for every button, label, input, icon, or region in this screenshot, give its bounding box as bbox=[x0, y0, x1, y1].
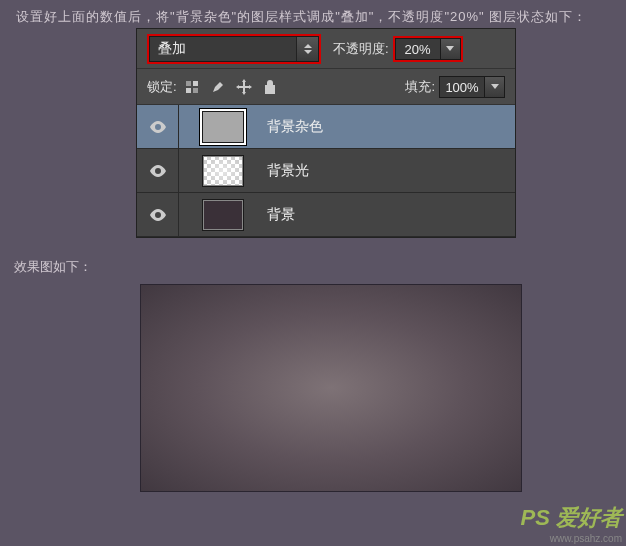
chevron-down-icon bbox=[491, 84, 499, 89]
fill-section: 填充: 100% bbox=[405, 76, 505, 98]
result-preview bbox=[140, 284, 522, 492]
lock-transparency-icon[interactable] bbox=[183, 78, 201, 96]
opacity-control: 20% bbox=[395, 38, 461, 60]
layer-row[interactable]: 背景 bbox=[137, 193, 515, 237]
layer-thumbnail-cell bbox=[179, 105, 267, 148]
svg-rect-0 bbox=[186, 81, 191, 86]
opacity-highlight: 20% bbox=[393, 36, 463, 62]
result-label: 效果图如下： bbox=[14, 258, 92, 276]
visibility-toggle[interactable] bbox=[137, 105, 179, 148]
fill-input[interactable]: 100% bbox=[439, 76, 485, 98]
fill-label: 填充: bbox=[405, 78, 435, 96]
watermark-main: PS 爱好者 bbox=[521, 505, 622, 530]
eye-icon bbox=[149, 121, 167, 133]
lock-fill-row: 锁定: 填充: 100% bbox=[137, 69, 515, 105]
blend-mode-select[interactable]: 叠加 bbox=[149, 36, 319, 62]
blend-mode-value: 叠加 bbox=[150, 40, 296, 58]
svg-rect-1 bbox=[193, 81, 198, 86]
lock-brush-icon[interactable] bbox=[209, 78, 227, 96]
opacity-input[interactable]: 20% bbox=[395, 38, 441, 60]
lock-all-icon[interactable] bbox=[261, 78, 279, 96]
layer-thumbnail-cell bbox=[179, 149, 267, 192]
layer-thumbnail[interactable] bbox=[202, 111, 244, 143]
layer-name: 背景 bbox=[267, 206, 295, 224]
layer-thumbnail[interactable] bbox=[202, 199, 244, 231]
lock-move-icon[interactable] bbox=[235, 78, 253, 96]
updown-icon bbox=[304, 44, 312, 54]
chevron-down-icon bbox=[446, 46, 454, 51]
watermark: PS 爱好者 www.psahz.com bbox=[521, 503, 622, 544]
eye-icon bbox=[149, 165, 167, 177]
layer-thumbnail[interactable] bbox=[202, 155, 244, 187]
visibility-toggle[interactable] bbox=[137, 193, 179, 236]
visibility-toggle[interactable] bbox=[137, 149, 179, 192]
blend-dropdown-arrow[interactable] bbox=[296, 37, 318, 61]
svg-rect-3 bbox=[193, 88, 198, 93]
layer-name: 背景杂色 bbox=[267, 118, 323, 136]
opacity-dropdown[interactable] bbox=[441, 38, 461, 60]
layer-row[interactable]: 背景杂色 bbox=[137, 105, 515, 149]
fill-dropdown[interactable] bbox=[485, 76, 505, 98]
layer-thumbnail-cell bbox=[179, 193, 267, 236]
blend-opacity-row: 叠加 不透明度: 20% bbox=[137, 29, 515, 69]
lock-label: 锁定: bbox=[147, 78, 177, 96]
layer-name: 背景光 bbox=[267, 162, 309, 180]
watermark-url: www.psahz.com bbox=[521, 533, 622, 544]
layer-row[interactable]: 背景光 bbox=[137, 149, 515, 193]
eye-icon bbox=[149, 209, 167, 221]
opacity-label: 不透明度: bbox=[333, 40, 389, 58]
blend-mode-highlight: 叠加 bbox=[147, 34, 321, 64]
layers-panel: 叠加 不透明度: 20% 锁定: bbox=[136, 28, 516, 238]
lock-icons bbox=[183, 78, 279, 96]
svg-rect-2 bbox=[186, 88, 191, 93]
